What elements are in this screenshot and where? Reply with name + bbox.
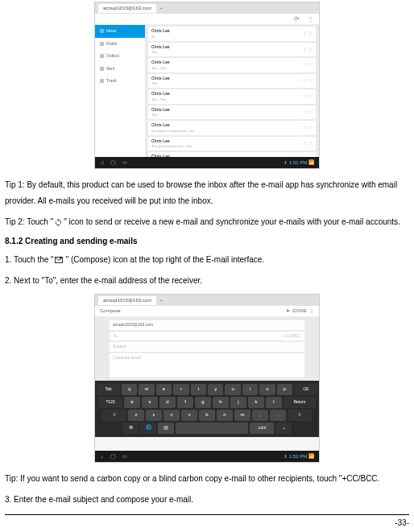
compose-fields: accept1015@163.com To+ CC/BCC Subject Co… <box>95 317 319 381</box>
new-tab-icon[interactable]: + <box>159 5 163 12</box>
key-f[interactable]: f <box>177 397 193 408</box>
wifi-icon: 📶 <box>308 454 314 459</box>
mail-list: Chris LeeTo☆▢Chris LeeTest☆▢Chris LeeTes… <box>145 25 319 159</box>
key-b[interactable]: b <box>199 410 215 421</box>
key-x[interactable]: x <box>146 410 162 421</box>
key-@[interactable]: @ <box>158 423 174 434</box>
mail-item[interactable]: Chris Leetest-explorer attachment - test… <box>148 121 316 135</box>
folder-trash[interactable]: Trash <box>95 75 145 88</box>
step-1: 1. Touch the "" (Compose) icon at the to… <box>5 252 409 268</box>
key-w[interactable]: w <box>139 384 154 395</box>
subject-field[interactable]: Subject <box>110 342 304 352</box>
key-j[interactable]: j <box>230 397 246 408</box>
key-r[interactable]: r <box>173 384 188 395</box>
home-icon[interactable]: ◯ <box>110 453 116 460</box>
mail-app-header: ⟳ ⋮ <box>95 14 319 25</box>
refresh-icon[interactable]: ⟳ <box>294 14 300 24</box>
key-c[interactable]: c <box>164 410 180 421</box>
section-heading: 8.1.2 Creating and sending e-mails <box>5 235 409 247</box>
page-number: -33- <box>395 518 409 527</box>
tip-1: Tip 1: By default, this product can be u… <box>5 177 409 209</box>
key-y[interactable]: y <box>208 384 223 395</box>
tip-3: Tip: If you want to send a carbon copy o… <box>5 471 409 487</box>
download-icon: ⬇ <box>284 454 288 459</box>
back-icon[interactable]: ◁ <box>100 159 104 167</box>
key-i[interactable]: i <box>242 384 258 395</box>
key-🌐[interactable]: 🌐 <box>140 423 156 434</box>
key-s[interactable]: s <box>142 397 158 408</box>
key-p[interactable]: p <box>277 384 292 395</box>
key-g[interactable]: g <box>195 397 211 408</box>
cc-bcc-button[interactable]: + CC/BCC <box>283 333 301 340</box>
key-d[interactable]: d <box>159 397 176 408</box>
done-button[interactable]: DONE <box>292 308 306 313</box>
mail-item[interactable]: Chris LeeTest☆▢ <box>148 74 316 89</box>
step-3: 3. Enter the e-mail subject and compose … <box>5 492 409 508</box>
folder-inbox[interactable]: Inbox <box>95 25 145 38</box>
page-footer: -33- <box>5 514 409 529</box>
key-a[interactable]: a <box>124 397 140 408</box>
browser-tab[interactable]: accept1015@163.com <box>98 296 156 305</box>
soft-keyboard: Tabqwertyuiop⌫ ?123asdfghjklReturn ⇧zxcv… <box>95 381 319 437</box>
browser-tab-bar: accept1015@163.com + <box>95 295 319 306</box>
key-l[interactable]: l <box>266 397 282 408</box>
key-⚙[interactable]: ⚙ <box>122 423 139 434</box>
key-m[interactable]: m <box>234 410 250 421</box>
key-k[interactable]: k <box>248 397 264 408</box>
key-Return[interactable]: Return <box>284 397 316 408</box>
menu-icon[interactable]: ⋮ <box>309 308 314 313</box>
send-icon[interactable]: ➤ <box>286 308 290 313</box>
step-2: 2. Next to "To", enter the e-mail addres… <box>5 273 409 289</box>
key-t[interactable]: t <box>191 384 206 395</box>
key-q[interactable]: q <box>122 384 137 395</box>
folder-outbox[interactable]: Outbox <box>95 50 145 63</box>
recent-icon[interactable]: ▭ <box>122 159 127 167</box>
key-,[interactable]: , <box>252 410 268 421</box>
key-⇧[interactable]: ⇧ <box>102 410 126 421</box>
key-.[interactable]: . <box>270 410 286 421</box>
inbox-screenshot: accept1015@163.com + ⟳ ⋮ Inbox Drafts Ou… <box>94 2 320 169</box>
compose-screenshot: accept1015@163.com + Compose ➤ DONE ⋮ ac… <box>94 294 320 463</box>
body-field[interactable]: Compose email <box>110 353 304 377</box>
key-.com[interactable]: .com <box>250 423 274 434</box>
key-⌄[interactable]: ⌄ <box>275 423 292 434</box>
folder-sent[interactable]: Sent <box>95 63 145 76</box>
android-status-bar: ◁ ◯ ▭ ⬇ 1:51 PM 📶 <box>95 157 319 168</box>
key-Tab[interactable]: Tab <box>97 384 120 395</box>
key-[interactable] <box>176 423 248 434</box>
new-tab-icon[interactable]: + <box>159 297 163 304</box>
key-⌫[interactable]: ⌫ <box>294 384 317 395</box>
refresh-icon <box>54 218 63 227</box>
key-z[interactable]: z <box>128 410 144 421</box>
mail-item[interactable]: Chris LeeTest - Test☆▢ <box>148 89 316 104</box>
mail-item[interactable]: Chris LeeTest☆▢ <box>148 105 316 120</box>
compose-title: Compose <box>100 307 121 315</box>
recent-icon[interactable]: ▭ <box>122 453 127 460</box>
menu-icon[interactable]: ⋮ <box>308 14 314 24</box>
key-v[interactable]: v <box>181 410 197 421</box>
clock: 1:51 PM <box>289 160 307 165</box>
tip-2: Tip 2: Touch "" icon to send or receive … <box>5 214 409 230</box>
compose-icon <box>55 256 65 264</box>
key-o[interactable]: o <box>259 384 275 395</box>
from-field: accept1015@163.com <box>110 320 304 330</box>
clock: 1:52 PM <box>289 454 307 459</box>
key-h[interactable]: h <box>213 397 229 408</box>
key-n[interactable]: n <box>217 410 233 421</box>
key-e[interactable]: e <box>156 384 172 395</box>
home-icon[interactable]: ◯ <box>110 159 116 167</box>
browser-tab[interactable]: accept1015@163.com <box>98 4 156 13</box>
mail-item[interactable]: Chris LeeTest☆▢ <box>148 43 316 57</box>
to-field[interactable]: To+ CC/BCC <box>110 332 304 341</box>
android-status-bar: ⌄ ◯ ▭ ⬇ 1:52 PM 📶 <box>95 451 319 462</box>
mail-item[interactable]: Chris LeeTest-gmail attachment - Test☆▢ <box>148 137 316 151</box>
key-u[interactable]: u <box>225 384 240 395</box>
wifi-icon: 📶 <box>308 160 314 165</box>
key-?123[interactable]: ?123 <box>98 397 122 408</box>
folder-drafts[interactable]: Drafts <box>95 38 145 51</box>
folder-sidebar: Inbox Drafts Outbox Sent Trash <box>95 25 145 159</box>
mail-item[interactable]: Chris LeeTo☆▢ <box>148 27 316 41</box>
mail-item[interactable]: Chris LeeTest - Test☆▢ <box>148 58 316 72</box>
key-⇧[interactable]: ⇧ <box>288 410 312 421</box>
hide-keyboard-icon[interactable]: ⌄ <box>100 453 104 460</box>
